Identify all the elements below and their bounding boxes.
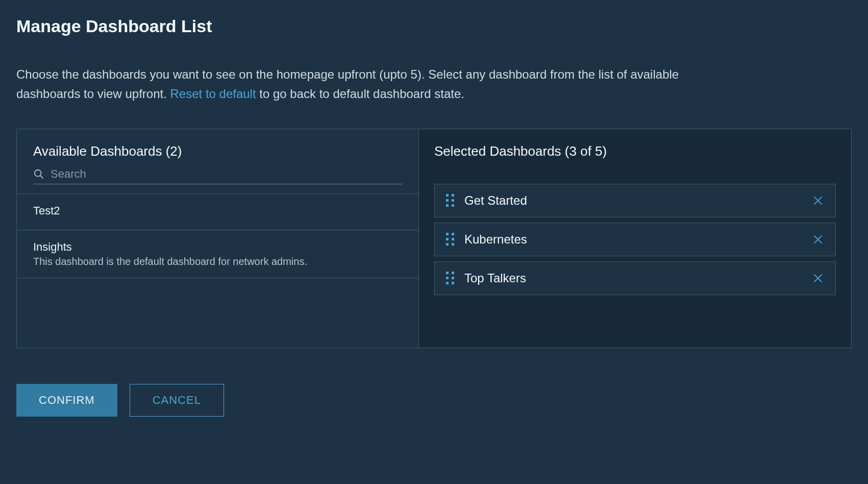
drag-handle-icon[interactable] (446, 194, 455, 207)
selected-item-get-started[interactable]: Get Started (434, 184, 836, 217)
page-title: Manage Dashboard List (16, 16, 852, 36)
cancel-button[interactable]: CANCEL (130, 384, 224, 417)
reset-to-default-link[interactable]: Reset to default (170, 87, 256, 101)
description-text: Choose the dashboards you want to see on… (16, 65, 731, 104)
available-heading: Available Dashboards (2) (17, 129, 418, 159)
selected-dashboards-panel: Selected Dashboards (3 of 5) Get Started… (419, 129, 851, 348)
available-item-title: Test2 (33, 204, 402, 217)
search-icon (33, 168, 44, 180)
search-wrapper (17, 167, 418, 194)
selected-item-label: Top Talkers (464, 271, 803, 285)
selected-item-top-talkers[interactable]: Top Talkers (434, 261, 836, 295)
description-part2: to go back to default dashboard state. (256, 87, 464, 101)
drag-handle-icon[interactable] (446, 272, 455, 285)
available-dashboards-panel: Available Dashboards (2) Test2 Insights … (17, 129, 419, 348)
selected-item-label: Get Started (464, 193, 803, 208)
available-item-test2[interactable]: Test2 (17, 194, 418, 230)
selected-list: Get Started Kubernetes Top Talkers (434, 184, 836, 295)
available-item-insights[interactable]: Insights This dashboard is the default d… (17, 230, 418, 278)
svg-point-0 (35, 170, 41, 177)
selected-item-kubernetes[interactable]: Kubernetes (434, 223, 836, 256)
close-icon[interactable] (812, 272, 824, 284)
available-item-title: Insights (33, 240, 402, 254)
dialog-footer: CONFIRM CANCEL (16, 384, 852, 417)
search-input[interactable] (51, 167, 402, 181)
confirm-button[interactable]: CONFIRM (16, 384, 117, 417)
dashboard-panels: Available Dashboards (2) Test2 Insights … (16, 129, 852, 348)
search-box (33, 167, 402, 184)
selected-heading: Selected Dashboards (3 of 5) (434, 143, 836, 159)
close-icon[interactable] (812, 195, 824, 207)
selected-item-label: Kubernetes (464, 232, 803, 247)
drag-handle-icon[interactable] (446, 233, 455, 246)
available-item-description: This dashboard is the default dashboard … (33, 256, 402, 268)
svg-line-1 (40, 176, 43, 179)
close-icon[interactable] (812, 233, 824, 246)
